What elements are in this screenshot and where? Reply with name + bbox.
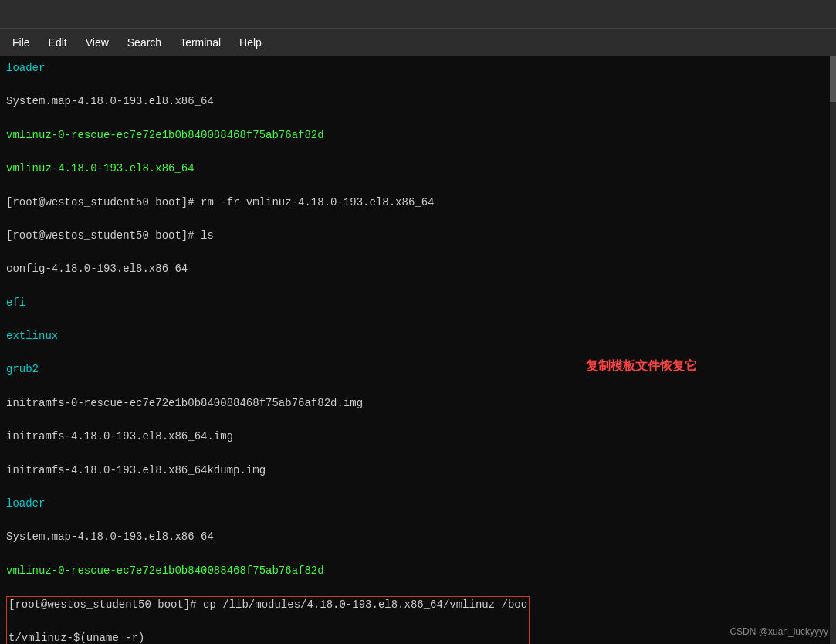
menu-terminal[interactable]: Terminal <box>172 33 228 52</box>
terminal-line: grub2 <box>6 361 830 378</box>
terminal-line: initramfs-0-rescue-ec7e72e1b0b840088468f… <box>6 395 830 412</box>
menu-view[interactable]: View <box>78 33 117 52</box>
terminal-line: vmlinuz-0-rescue-ec7e72e1b0b840088468f75… <box>6 127 830 144</box>
terminal-line: initramfs-4.18.0-193.el8.x86_64.img <box>6 429 830 446</box>
terminal-line: extlinux <box>6 328 830 345</box>
menubar: File Edit View Search Terminal Help <box>0 28 836 56</box>
terminal-line: initramfs-4.18.0-193.el8.x86_64kdump.img <box>6 463 830 480</box>
terminal-line: loader <box>6 60 830 77</box>
terminal-line: vmlinuz-4.18.0-193.el8.x86_64 <box>6 161 830 178</box>
terminal-line: [root@westos_student50 boot]# rm -fr vml… <box>6 195 830 212</box>
highlighted-command: [root@westos_student50 boot]# cp /lib/mo… <box>6 596 530 644</box>
terminal-line: config-4.18.0-193.el8.x86_64 <box>6 261 830 278</box>
terminal-area[interactable]: loaderSystem.map-4.18.0-193.el8.x86_64vm… <box>0 56 836 644</box>
menu-help[interactable]: Help <box>232 33 269 52</box>
annotation-text: 复制模板文件恢复它 <box>586 357 697 376</box>
terminal-line: System.map-4.18.0-193.el8.x86_64 <box>6 529 830 546</box>
terminal-output: loaderSystem.map-4.18.0-193.el8.x86_64vm… <box>6 60 830 644</box>
terminal-line: System.map-4.18.0-193.el8.x86_64 <box>6 93 830 110</box>
watermark-text: CSDN @xuan_luckyyyy <box>729 625 828 639</box>
titlebar <box>0 0 836 28</box>
scrollbar-thumb[interactable] <box>830 56 836 102</box>
terminal-line: [root@westos_student50 boot]# ls <box>6 228 830 245</box>
menu-file[interactable]: File <box>5 33 38 52</box>
terminal-line: efi <box>6 295 830 312</box>
terminal-line: vmlinuz-0-rescue-ec7e72e1b0b840088468f75… <box>6 563 830 580</box>
scrollbar[interactable] <box>830 56 836 644</box>
menu-search[interactable]: Search <box>120 33 169 52</box>
terminal-line: loader <box>6 496 830 513</box>
menu-edit[interactable]: Edit <box>41 33 75 52</box>
